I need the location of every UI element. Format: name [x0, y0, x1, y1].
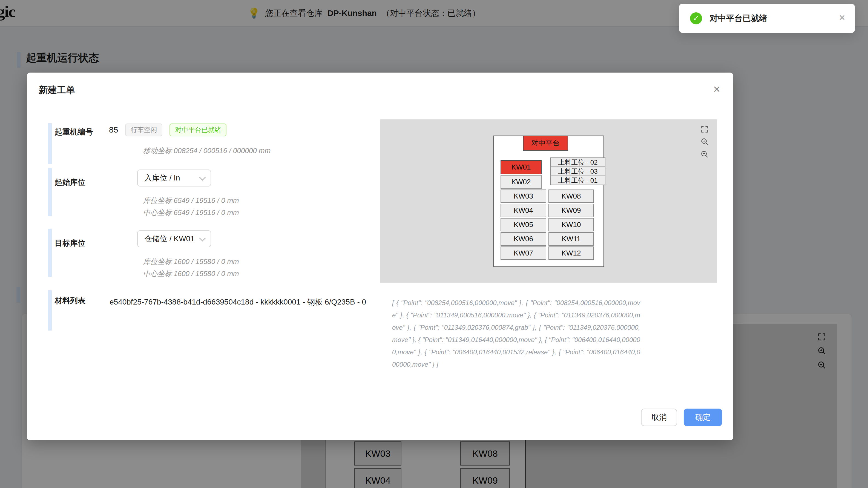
- loading-stations-group: 上料工位 - 02 上料工位 - 03 上料工位 - 01: [550, 158, 606, 185]
- map-slot-kw05[interactable]: KW05: [500, 218, 546, 232]
- crane-id-label: 起重机编号: [55, 127, 93, 137]
- map-slot-kw09[interactable]: KW09: [549, 204, 594, 217]
- path-points-json: [ { "Point": "008254,000516,000000,move"…: [392, 297, 640, 370]
- warehouse-map-panel: 对中平台 KW01 KW02 上料工位 - 02 上料工位 - 03 上料工位 …: [380, 119, 717, 283]
- zoom-out-icon[interactable]: [701, 150, 709, 158]
- map-slot-kw02[interactable]: KW02: [500, 175, 541, 189]
- origin-slot-selected-value: 入库位 / In: [144, 173, 180, 183]
- target-slot-select[interactable]: 仓储位 / KW01: [137, 230, 211, 247]
- warehouse-map-area: 对中平台 KW01 KW02 上料工位 - 02 上料工位 - 03 上料工位 …: [493, 135, 604, 267]
- map-slot-kw11[interactable]: KW11: [549, 232, 594, 246]
- origin-slot-select[interactable]: 入库位 / In: [137, 170, 211, 186]
- toast-close-icon[interactable]: ✕: [839, 14, 845, 22]
- loading-station: 上料工位 - 02: [550, 157, 606, 167]
- crane-id-value: 85: [109, 125, 118, 134]
- map-slot-kw08[interactable]: KW08: [549, 189, 594, 203]
- confirm-button[interactable]: 确定: [684, 408, 722, 426]
- toast-notification: ✓ 对中平台已就绪 ✕: [679, 4, 855, 33]
- target-slot-selected-value: 仓储位 / KW01: [144, 234, 195, 244]
- modal-close-icon[interactable]: ✕: [713, 85, 721, 94]
- section-accent-bar: [48, 290, 52, 331]
- origin-center-coords: 中心坐标 6549 / 19516 / 0 mm: [143, 208, 239, 217]
- crane-move-coords: 移动坐标 008254 / 000516 / 000000 mm: [143, 146, 271, 156]
- zoom-in-icon[interactable]: [701, 138, 709, 146]
- crane-idle-tag: 行车空闲: [125, 123, 162, 136]
- chevron-down-icon: [199, 174, 206, 180]
- map-slot-kw06[interactable]: KW06: [500, 232, 546, 246]
- toast-message: 对中平台已就绪: [710, 13, 767, 24]
- centering-platform-box: 对中平台: [523, 135, 568, 151]
- map-slot-kw12[interactable]: KW12: [549, 246, 594, 260]
- map-slot-kw07[interactable]: KW07: [500, 246, 546, 260]
- target-slot-label: 目标库位: [55, 238, 86, 248]
- material-list-label: 材料列表: [55, 296, 86, 306]
- modal-title: 新建工单: [39, 84, 75, 96]
- target-center-coords: 中心坐标 1600 / 15580 / 0 mm: [143, 269, 239, 278]
- fullscreen-icon[interactable]: [701, 125, 708, 133]
- section-accent-bar: [48, 123, 52, 164]
- origin-slot-label: 起始库位: [55, 177, 86, 188]
- cancel-button[interactable]: 取消: [641, 408, 677, 426]
- map-slot-kw10[interactable]: KW10: [549, 218, 594, 232]
- new-work-order-modal: 新建工单 ✕ 起重机编号 85 行车空闲 对中平台已就绪 移动坐标 008254…: [27, 72, 733, 440]
- map-slot-kw01[interactable]: KW01: [500, 160, 541, 174]
- target-slot-coords: 库位坐标 1600 / 15580 / 0 mm: [143, 257, 239, 267]
- map-slot-kw03[interactable]: KW03: [500, 189, 546, 203]
- chevron-down-icon: [199, 235, 206, 241]
- success-check-icon: ✓: [690, 12, 702, 24]
- origin-slot-coords: 库位坐标 6549 / 19516 / 0 mm: [143, 196, 239, 205]
- section-accent-bar: [48, 228, 52, 277]
- loading-station: 上料工位 - 01: [550, 176, 606, 185]
- material-list-value: e540bf25-767b-4388-b41d-d6639504c18d - k…: [110, 292, 392, 312]
- section-accent-bar: [48, 168, 52, 216]
- map-controls: [701, 125, 709, 158]
- map-slot-kw04[interactable]: KW04: [500, 204, 546, 217]
- platform-ready-tag: 对中平台已就绪: [169, 123, 226, 136]
- loading-station: 上料工位 - 03: [550, 166, 606, 176]
